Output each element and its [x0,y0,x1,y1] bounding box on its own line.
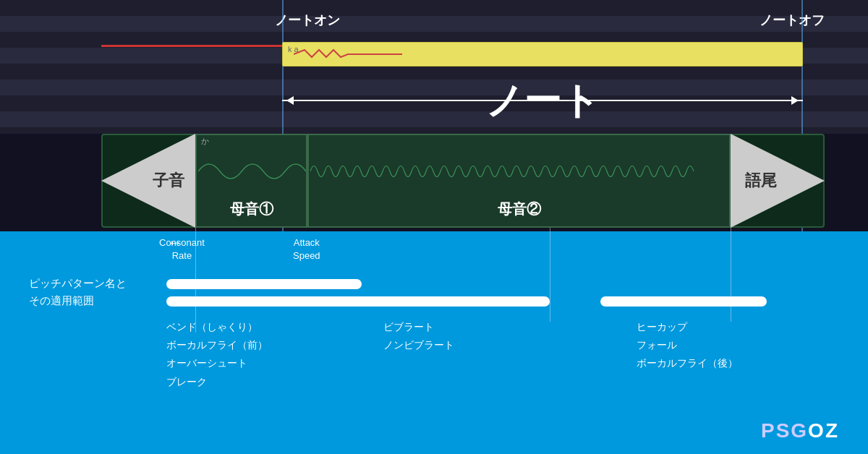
pitch-items-center: ビブラート ノンビブラート [383,318,454,354]
note-waveform [294,44,795,64]
vowel2-block: 母音② [307,134,731,228]
pitch-item: ブレーク [166,373,268,391]
pitch-item: ボーカルフライ（後） [637,354,738,372]
band [0,16,868,32]
vowel1-text: 母音① [230,200,273,219]
band [0,0,868,16]
note-block [282,42,803,67]
psgoz-ps: PSG [761,419,808,442]
ka-small-vowel: か [201,136,209,147]
pitch-item: ノンビブラート [383,336,454,354]
pitch-label-line2: その適用範囲 [29,292,127,309]
note-label-text: ノート [485,76,600,127]
attack-speed-line1: Attack [293,236,320,249]
vowel1-block: 母音① [195,134,307,228]
word-end-text: 語尾 [745,170,777,192]
attack-speed-label: Attack Speed [293,236,320,262]
ka-small-note: k a [288,45,299,53]
pitch-item: オーバーシュート [166,354,268,372]
psgoz-oz: OZ [808,419,839,442]
consonant-rate-line2: Rate [159,249,205,262]
psgoz-logo: PSGOZ [761,419,839,442]
vowel1-waveform [198,139,306,204]
attack-speed-line2: Speed [293,249,320,262]
pitch-item: ビブラート [383,318,454,336]
consonant-rate-label: Consonant Rate [159,236,205,262]
vline-pitch-right [731,228,731,322]
pitch-item: ヒーカップ [637,318,738,336]
pitch-bar-3 [600,296,767,307]
main-container: ノートオン ノートオフ k a ノート 子音 語尾 母音① [0,0,868,454]
pitch-item: フォール [637,336,738,354]
note-off-label: ノートオフ [760,12,825,29]
pitch-items-right: ヒーカップ フォール ボーカルフライ（後） [637,318,738,373]
pitch-bar-2 [166,296,550,307]
pitch-label-line1: ピッチパターン名と [29,275,127,292]
vowel2-text: 母音② [498,200,541,219]
note-on-label: ノートオン [275,12,340,29]
red-line [101,45,282,47]
consonant-text: 子音 [153,170,184,192]
note-label-area: ノート [282,80,803,123]
vline-pitch-mid [550,228,550,322]
pitch-item: ベンド（しゃくり） [166,318,268,336]
pitch-items-left: ベンド（しゃくり） ボーカルフライ（前） オーバーシュート ブレーク [166,318,268,391]
pitch-bar-1 [166,279,362,289]
pitch-section-label: ピッチパターン名と その適用範囲 [29,275,127,309]
pitch-item: ボーカルフライ（前） [166,336,268,354]
vowel2-waveform [310,139,728,204]
consonant-rate-line1: Consonant [159,236,205,249]
